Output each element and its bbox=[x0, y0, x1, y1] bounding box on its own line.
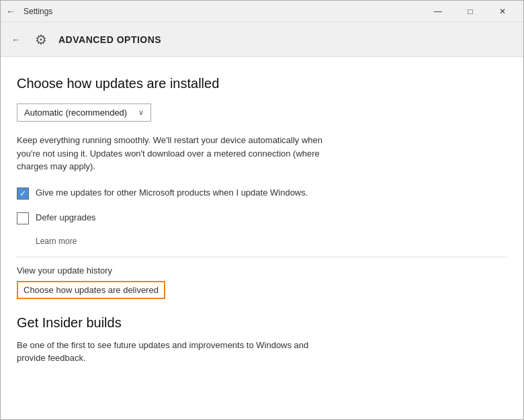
title-bar-left: ← Settings bbox=[6, 6, 52, 17]
section-title: Choose how updates are installed bbox=[17, 76, 507, 91]
dropdown-arrow-icon: ∨ bbox=[138, 108, 144, 117]
view-update-history-link[interactable]: View your update history bbox=[17, 265, 507, 276]
learn-more-link[interactable]: Learn more bbox=[36, 237, 507, 246]
microsoft-updates-row: ✓ Give me updates for other Microsoft pr… bbox=[17, 187, 326, 200]
minimize-button[interactable]: — bbox=[423, 1, 453, 22]
header-title: ADVANCED OPTIONS bbox=[58, 34, 161, 45]
main-content: Choose how updates are installed Automat… bbox=[1, 57, 523, 419]
choose-delivery-link[interactable]: Choose how updates are delivered bbox=[17, 281, 165, 299]
insider-description: Be one of the first to see future update… bbox=[17, 339, 339, 365]
defer-upgrades-checkbox[interactable] bbox=[17, 212, 29, 224]
insider-builds-title: Get Insider builds bbox=[17, 315, 507, 331]
divider-1 bbox=[17, 257, 507, 257]
title-bar: ← Settings — □ ✕ bbox=[1, 1, 523, 22]
defer-upgrades-label: Defer upgrades bbox=[36, 212, 96, 224]
maximize-button[interactable]: □ bbox=[455, 1, 486, 22]
header-back-arrow[interactable]: ← bbox=[11, 34, 21, 45]
title-bar-title: Settings bbox=[24, 7, 52, 16]
close-button[interactable]: ✕ bbox=[487, 1, 518, 22]
update-description: Keep everything running smoothly. We'll … bbox=[17, 134, 339, 173]
update-type-dropdown[interactable]: Automatic (recommended) ∨ bbox=[17, 103, 151, 122]
title-bar-controls: — □ ✕ bbox=[423, 1, 518, 22]
defer-upgrades-row: Defer upgrades bbox=[17, 212, 326, 224]
defer-section: Defer upgrades Learn more bbox=[17, 212, 507, 246]
dropdown-value: Automatic (recommended) bbox=[24, 108, 127, 118]
header-bar: ← ⚙ ADVANCED OPTIONS bbox=[1, 22, 523, 57]
microsoft-updates-checkbox[interactable]: ✓ bbox=[17, 187, 29, 200]
settings-window: ← Settings — □ ✕ ← ⚙ ADVANCED OPTIONS Ch… bbox=[0, 0, 524, 420]
title-bar-back-arrow[interactable]: ← bbox=[6, 6, 15, 17]
microsoft-updates-label: Give me updates for other Microsoft prod… bbox=[36, 187, 308, 199]
checkmark-icon: ✓ bbox=[19, 190, 26, 198]
gear-icon: ⚙ bbox=[32, 30, 50, 49]
